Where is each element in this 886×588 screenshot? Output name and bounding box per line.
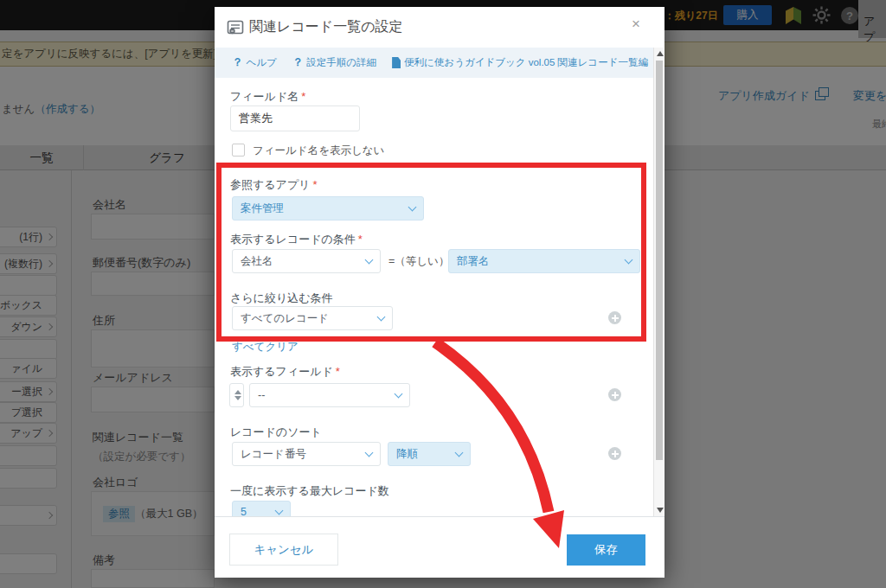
guidebook-link[interactable]: 便利に使おうガイドブック vol.05 関連レコード一覧編 (404, 56, 648, 69)
chevron-down-icon (275, 506, 284, 514)
scroll-down-icon[interactable] (657, 508, 664, 513)
max-records-label: 一度に表示する最大レコード数 (230, 483, 389, 499)
display-field-dropdown[interactable]: -- (249, 383, 410, 407)
sort-field-dropdown[interactable]: レコード番号 (232, 442, 381, 466)
display-field-value: -- (258, 389, 265, 401)
required-mark: * (301, 90, 305, 103)
dialog-title: 関連レコード一覧の設定 (249, 18, 403, 36)
setup-steps-link[interactable]: 設定手順の詳細 (306, 56, 376, 69)
chevron-down-icon (395, 389, 403, 398)
save-button[interactable]: 保存 (567, 534, 645, 566)
display-fields-label-text: 表示するフィールド (230, 365, 333, 378)
screenshot-canvas: ：残り27日 購入 ? アプ 定をアプリに反映するには、[アプリを更新]ボタンを… (0, 0, 886, 588)
spinner-up-icon (234, 390, 241, 394)
sort-field-value: レコード番号 (241, 447, 306, 462)
hide-field-name-checkbox[interactable] (232, 144, 245, 157)
close-icon[interactable]: × (626, 16, 645, 35)
add-display-field-button[interactable] (608, 388, 621, 401)
help-link[interactable]: ヘルプ (247, 56, 277, 69)
document-icon (392, 57, 401, 68)
dialog-footer: キャンセル 保存 (215, 516, 664, 578)
chevron-down-icon (365, 448, 374, 457)
spinner-down-icon (234, 396, 241, 400)
dialog-help-links-bar: ？ ヘルプ ？ 設定手順の詳細 便利に使おうガイドブック vol.05 関連レコ… (215, 48, 653, 78)
question-icon: ？ (232, 55, 243, 70)
add-sort-button[interactable] (608, 447, 621, 460)
related-records-icon (227, 19, 244, 36)
scroll-up-icon[interactable] (657, 51, 664, 56)
field-name-label-text: フィールド名 (230, 90, 299, 103)
chevron-down-icon (455, 448, 464, 457)
reorder-spinner[interactable] (229, 383, 244, 407)
sort-order-dropdown[interactable]: 降順 (388, 442, 471, 466)
sort-label: レコードのソート (230, 425, 322, 440)
clear-all-link[interactable]: すべてクリア (232, 340, 299, 355)
hide-field-name-label: フィールド名を表示しない (253, 144, 384, 158)
sort-order-value: 降順 (396, 447, 418, 462)
question-icon: ？ (292, 55, 304, 70)
display-fields-label: 表示するフィールド* (230, 364, 340, 380)
cancel-button[interactable]: キャンセル (229, 534, 338, 566)
annotation-highlight-box (216, 163, 646, 342)
dialog-scrollbar[interactable] (653, 48, 664, 516)
field-name-input[interactable]: 営業先 (230, 105, 360, 131)
required-mark: * (336, 365, 340, 378)
scrollbar-thumb[interactable] (656, 61, 663, 460)
field-name-label: フィールド名* (230, 89, 305, 105)
